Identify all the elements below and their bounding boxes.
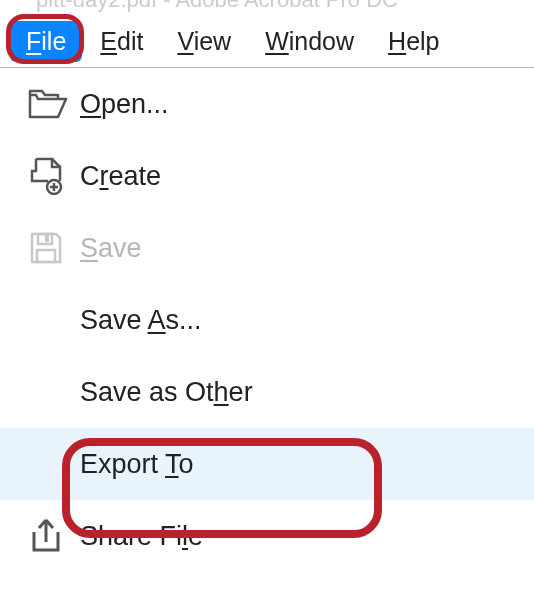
menuitem-save-label: Save [80,233,534,264]
svg-rect-3 [45,235,49,242]
menu-view[interactable]: View [161,21,247,62]
menu-window[interactable]: Window [249,21,370,62]
menuitem-share-file[interactable]: Share File [0,500,534,572]
menu-file-u: F [26,27,41,55]
file-dropdown: Open... Create Save [0,68,534,572]
menuitem-save-as[interactable]: Save As... [0,284,534,356]
sharefile-pre: Share Fi [80,521,182,551]
floppy-save-icon [28,228,80,268]
create-u: r [100,161,109,191]
exportto-pre: Export [80,449,165,479]
menuitem-save-as-other[interactable]: Save as Other [0,356,534,428]
svg-rect-2 [37,250,55,262]
window-title: pitt-day2.pdf - Adobe Acrobat Pro DC [0,0,534,16]
menu-help-post: elp [406,27,439,55]
menuitem-create-label: Create [80,161,534,192]
menuitem-export-to[interactable]: Export To [0,428,534,500]
menu-view-post: iew [194,27,232,55]
menuitem-save-as-other-label: Save as Other [80,377,534,408]
save-u: S [80,233,98,263]
menuitem-export-to-label: Export To [80,449,534,480]
exportto-post: o [179,449,194,479]
exportto-u: T [165,449,179,479]
menuitem-create[interactable]: Create [0,140,534,212]
menu-view-u: V [177,27,193,55]
menu-file[interactable]: File [10,21,82,62]
menuitem-save-as-label: Save As... [80,305,534,336]
share-upload-icon [28,516,80,556]
menu-window-post: indow [289,27,354,55]
saveas-post: s... [166,305,202,335]
menu-edit-post: dit [117,27,143,55]
folder-open-icon [28,84,80,124]
menu-file-post: ile [41,27,66,55]
saveother-post: er [229,377,253,407]
menuitem-share-file-label: Share File [80,521,534,552]
save-post: ave [98,233,142,263]
menu-help-u: H [388,27,406,55]
menuitem-save: Save [0,212,534,284]
saveas-u: A [148,305,166,335]
saveother-u: h [214,377,229,407]
saveother-pre: Save as Ot [80,377,214,407]
menu-help[interactable]: Help [372,21,455,62]
menubar: File Edit View Window Help [0,16,534,68]
menu-edit[interactable]: Edit [84,21,159,62]
create-page-plus-icon [28,156,80,196]
saveas-pre: Save [80,305,148,335]
menuitem-open[interactable]: Open... [0,68,534,140]
open-u: O [80,89,101,119]
menu-window-u: W [265,27,289,55]
create-post: eate [109,161,162,191]
menuitem-open-label: Open... [80,89,534,120]
open-post: pen... [101,89,169,119]
create-pre: C [80,161,100,191]
menu-edit-u: E [100,27,117,55]
sharefile-post: e [188,521,203,551]
